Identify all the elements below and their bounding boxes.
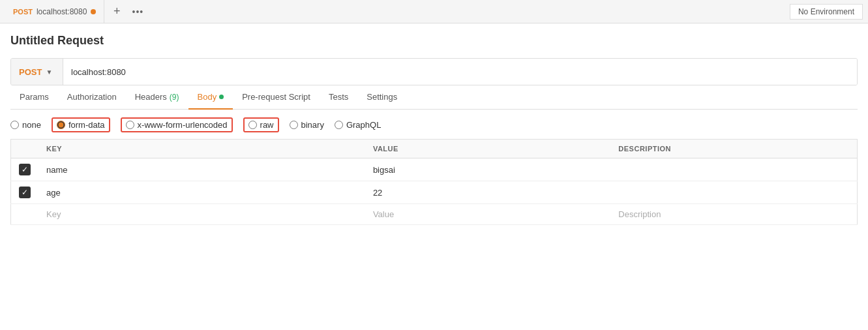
- tab-url-label: localhost:8080: [37, 7, 87, 16]
- tab-authorization-label: Authorization: [67, 92, 117, 102]
- tab-prerequest-label: Pre-request Script: [242, 92, 310, 102]
- tab-dot: [91, 9, 96, 14]
- table-row-placeholder: Key Value Description: [11, 204, 858, 225]
- row1-checkbox-cell[interactable]: ✓: [11, 158, 39, 181]
- row1-value[interactable]: bigsai: [365, 158, 610, 181]
- tab-headers[interactable]: Headers (9): [126, 85, 188, 110]
- row2-description[interactable]: [610, 181, 857, 204]
- environment-selector[interactable]: No Environment: [790, 4, 863, 20]
- table-row: ✓ age 22: [11, 181, 858, 204]
- more-tabs-button[interactable]: •••: [128, 2, 147, 22]
- body-type-form-data[interactable]: form-data: [52, 117, 110, 132]
- row2-checkbox-cell[interactable]: ✓: [11, 181, 39, 204]
- tab-body-label: Body: [198, 92, 217, 102]
- row1-description[interactable]: [610, 158, 857, 181]
- params-table: KEY VALUE DESCRIPTION ✓ name bigsai ✓ ag…: [10, 139, 858, 225]
- placeholder-key[interactable]: Key: [38, 204, 365, 225]
- body-type-raw-label: raw: [260, 120, 274, 130]
- body-type-none[interactable]: none: [10, 120, 41, 130]
- row2-key[interactable]: age: [38, 181, 365, 204]
- body-type-binary-label: binary: [301, 120, 324, 130]
- row2-value[interactable]: 22: [365, 181, 610, 204]
- table-row: ✓ name bigsai: [11, 158, 858, 181]
- url-input[interactable]: [63, 59, 857, 85]
- radio-urlencoded[interactable]: [126, 121, 134, 129]
- placeholder-checkbox-cell: [11, 204, 39, 225]
- tab-tests-label: Tests: [329, 92, 348, 102]
- row2-checkbox[interactable]: ✓: [19, 187, 31, 198]
- tab-prerequest[interactable]: Pre-request Script: [233, 85, 320, 110]
- tab-tests[interactable]: Tests: [320, 85, 357, 110]
- raw-box: raw: [243, 117, 279, 132]
- table-header: KEY VALUE DESCRIPTION: [11, 140, 858, 158]
- col-header-value: VALUE: [365, 140, 610, 158]
- body-type-options: none form-data x-www-form-urlencoded raw: [10, 110, 858, 139]
- body-type-urlencoded[interactable]: x-www-form-urlencoded: [121, 117, 233, 132]
- tab-bar: POST localhost:8080 + ••• No Environment: [0, 0, 868, 23]
- placeholder-description[interactable]: Description: [610, 204, 857, 225]
- body-type-urlencoded-label: x-www-form-urlencoded: [138, 120, 228, 130]
- tab-settings[interactable]: Settings: [357, 85, 406, 110]
- row1-checkbox[interactable]: ✓: [19, 164, 31, 175]
- method-chevron-icon: ▼: [46, 68, 52, 76]
- page-content: Untitled Request POST ▼ Params Authoriza…: [0, 23, 868, 225]
- placeholder-value[interactable]: Value: [365, 204, 610, 225]
- tab-authorization[interactable]: Authorization: [58, 85, 126, 110]
- tab-params[interactable]: Params: [10, 85, 58, 110]
- form-data-box: form-data: [52, 117, 110, 132]
- url-bar: POST ▼: [10, 58, 858, 85]
- body-type-none-label: none: [22, 120, 41, 130]
- body-type-raw[interactable]: raw: [243, 117, 279, 132]
- tab-params-label: Params: [20, 92, 49, 102]
- page-title: Untitled Request: [10, 34, 858, 48]
- method-selector[interactable]: POST ▼: [11, 59, 63, 85]
- urlencoded-box: x-www-form-urlencoded: [121, 117, 233, 132]
- body-type-binary[interactable]: binary: [290, 120, 324, 130]
- radio-none[interactable]: [10, 121, 19, 129]
- tab-settings-label: Settings: [367, 92, 397, 102]
- radio-form-data[interactable]: [57, 121, 65, 129]
- col-header-description: DESCRIPTION: [610, 140, 857, 158]
- tab-method-label: POST: [13, 8, 33, 16]
- active-tab[interactable]: POST localhost:8080: [5, 0, 104, 23]
- headers-badge: (9): [170, 93, 179, 102]
- add-tab-button[interactable]: +: [107, 2, 127, 22]
- body-type-graphql-label: GraphQL: [346, 120, 381, 130]
- method-value: POST: [19, 67, 42, 77]
- col-header-checkbox: [11, 140, 39, 158]
- nav-tabs: Params Authorization Headers (9) Body Pr…: [10, 85, 858, 110]
- tab-body[interactable]: Body: [188, 85, 233, 110]
- tab-headers-label: Headers: [135, 92, 167, 102]
- row1-key[interactable]: name: [38, 158, 365, 181]
- body-active-dot: [219, 95, 224, 99]
- body-type-form-data-label: form-data: [68, 120, 105, 130]
- radio-binary[interactable]: [290, 121, 298, 129]
- radio-raw[interactable]: [248, 121, 257, 129]
- col-header-key: KEY: [38, 140, 365, 158]
- body-type-graphql[interactable]: GraphQL: [335, 120, 381, 130]
- radio-graphql[interactable]: [335, 121, 343, 129]
- table-body: ✓ name bigsai ✓ age 22 Key Value Descr: [11, 158, 858, 225]
